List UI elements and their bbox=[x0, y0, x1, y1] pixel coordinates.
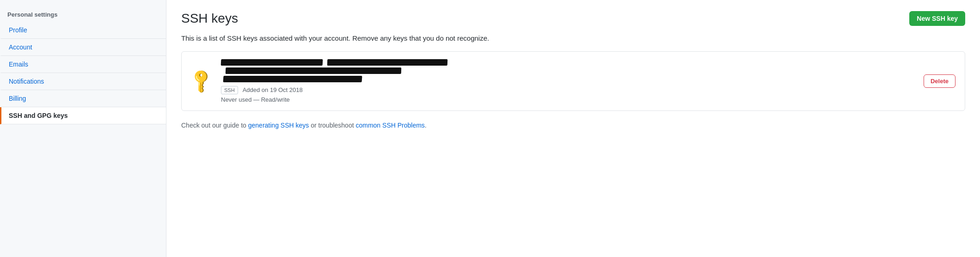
description-text: This is a list of SSH keys associated wi… bbox=[181, 33, 965, 44]
sidebar-item-emails[interactable]: Emails bbox=[0, 56, 166, 73]
footer-text: Check out our guide to generating SSH ke… bbox=[181, 120, 965, 130]
key-card-content: SSH Added on 19 Oct 2018 Never used — Re… bbox=[221, 59, 916, 103]
key-card-left: 🔑 bbox=[191, 71, 214, 91]
main-content: SSH keys New SSH key This is a list of S… bbox=[166, 0, 980, 257]
ssh-key-card: 🔑 SSH Added on 19 Oct 2018 Never used — … bbox=[181, 51, 965, 111]
new-ssh-key-button[interactable]: New SSH key bbox=[909, 11, 965, 26]
page-header: SSH keys New SSH key bbox=[181, 11, 965, 26]
key-name-redacted bbox=[221, 59, 916, 82]
sidebar-item-account[interactable]: Account bbox=[0, 39, 166, 56]
common-ssh-problems-link[interactable]: common SSH Problems bbox=[355, 122, 424, 129]
key-badge-row: SSH Added on 19 Oct 2018 bbox=[221, 86, 916, 94]
delete-key-button[interactable]: Delete bbox=[924, 74, 956, 88]
redacted-line-short bbox=[223, 76, 362, 82]
sidebar-item-billing[interactable]: Billing bbox=[0, 90, 166, 107]
key-usage: Never used — Read/write bbox=[221, 96, 916, 103]
key-added-date: Added on 19 Oct 2018 bbox=[243, 86, 303, 93]
ssh-badge: SSH bbox=[221, 86, 238, 94]
sidebar-item-ssh-gpg-keys[interactable]: SSH and GPG keys bbox=[0, 107, 166, 124]
sidebar: Personal settings Profile Account Emails… bbox=[0, 0, 166, 257]
redacted-name-line bbox=[221, 59, 323, 66]
redacted-line-long bbox=[226, 67, 401, 74]
redacted-name-line2 bbox=[327, 59, 447, 66]
page-title: SSH keys bbox=[181, 11, 238, 26]
key-icon: 🔑 bbox=[187, 67, 216, 95]
generating-ssh-keys-link[interactable]: generating SSH keys bbox=[248, 122, 309, 129]
sidebar-item-notifications[interactable]: Notifications bbox=[0, 73, 166, 90]
sidebar-item-profile[interactable]: Profile bbox=[0, 22, 166, 39]
sidebar-heading: Personal settings bbox=[0, 7, 166, 22]
